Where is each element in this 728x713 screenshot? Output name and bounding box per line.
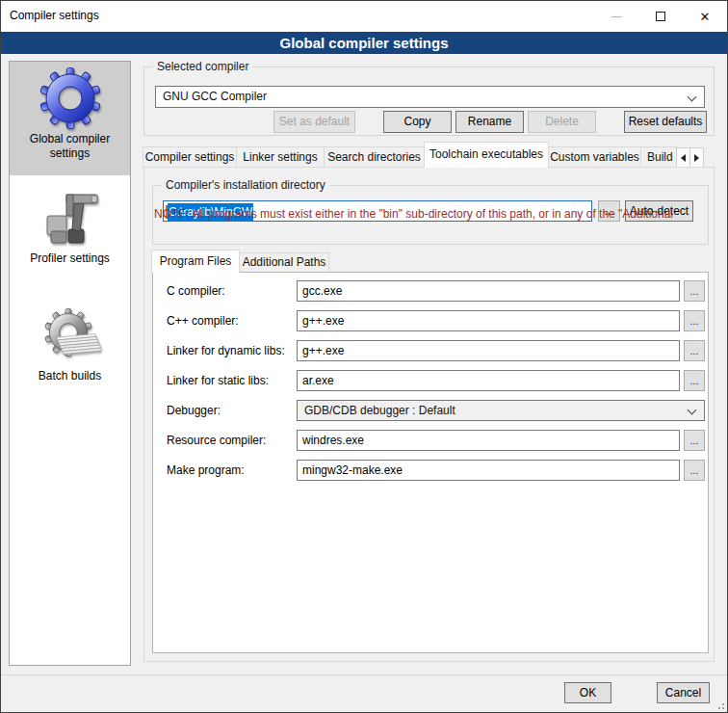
tab-additional-paths[interactable]: Additional Paths (239, 252, 329, 273)
make-program-browse-button[interactable]: ... (684, 460, 705, 481)
resource-compiler-label: Resource compiler: (167, 430, 266, 451)
c-compiler-input[interactable] (297, 280, 680, 302)
debugger-select[interactable]: GDB/CDB debugger : Default (297, 400, 705, 421)
static-linker-row: Linker for static libs: ... (153, 370, 708, 391)
program-files-page: C compiler: ... C++ compiler: ... Linker… (152, 272, 709, 653)
installation-directory-legend: Compiler's installation directory (162, 178, 329, 192)
resize-grip[interactable] (715, 700, 724, 709)
sidebar-item-profiler-settings[interactable]: Profiler settings (10, 181, 130, 266)
close-button[interactable]: ✕ (683, 1, 727, 32)
c-compiler-row: C compiler: ... (153, 280, 708, 302)
cpp-compiler-browse-button[interactable]: ... (684, 310, 705, 331)
arrow-right-icon (694, 154, 699, 162)
dynamic-linker-input[interactable] (297, 340, 680, 361)
dialog-banner: Global compiler settings (1, 32, 727, 54)
static-linker-label: Linker for static libs: (167, 370, 269, 391)
debugger-label: Debugger: (167, 400, 221, 421)
cancel-button[interactable]: Cancel (657, 682, 710, 703)
sidebar-item-global-compiler-settings[interactable]: Global compiler settings (10, 62, 130, 175)
titlebar-buttons: ✕ (594, 1, 727, 32)
chevron-down-icon (688, 92, 697, 102)
close-icon: ✕ (700, 11, 711, 23)
tab-linker-settings[interactable]: Linker settings (236, 146, 325, 168)
set-as-default-button[interactable]: Set as default (273, 111, 355, 133)
dynamic-linker-row: Linker for dynamic libs: ... (153, 340, 708, 361)
copy-button[interactable]: Copy (383, 111, 452, 133)
gray-gear-stack-icon (39, 304, 101, 366)
tab-search-directories[interactable]: Search directories (324, 146, 425, 168)
tab-toolchain-executables[interactable]: Toolchain executables (424, 142, 549, 168)
static-linker-browse-button[interactable]: ... (684, 370, 705, 391)
static-linker-input[interactable] (297, 370, 680, 391)
c-compiler-label: C compiler: (167, 280, 225, 302)
settings-tabbar: Compiler settings Linker settings Search… (143, 142, 704, 168)
sidebar-item-label: Global compiler settings (16, 132, 124, 161)
dynamic-linker-label: Linker for dynamic libs: (167, 340, 285, 361)
compiler-settings-window: Compiler settings ✕ Global compiler sett… (0, 0, 728, 713)
debugger-row: Debugger: GDB/CDB debugger : Default (153, 400, 708, 421)
caliper-icon (39, 187, 101, 249)
resource-compiler-input[interactable] (297, 430, 680, 451)
cpp-compiler-input[interactable] (297, 310, 680, 331)
resource-compiler-row: Resource compiler: ... (153, 430, 708, 451)
cpp-compiler-label: C++ compiler: (167, 310, 239, 331)
settings-sidebar: Global compiler settings Profiler settin… (9, 61, 131, 666)
rename-button[interactable]: Rename (455, 111, 524, 133)
delete-button[interactable]: Delete (528, 111, 596, 133)
selected-compiler-select[interactable]: GNU GCC Compiler (155, 86, 705, 108)
chevron-down-icon (688, 406, 697, 415)
tab-compiler-settings[interactable]: Compiler settings (143, 146, 237, 168)
dynamic-linker-browse-button[interactable]: ... (684, 340, 705, 361)
reset-defaults-button[interactable]: Reset defaults (624, 111, 707, 133)
minimize-button[interactable] (594, 1, 638, 32)
dialog-banner-title: Global compiler settings (279, 35, 448, 51)
tab-build-options[interactable]: Build options (640, 146, 677, 168)
paths-tabbar: Program Files Additional Paths (152, 250, 329, 273)
resource-compiler-browse-button[interactable]: ... (684, 430, 705, 451)
tab-scroll-right-button[interactable] (689, 147, 704, 168)
sidebar-item-batch-builds[interactable]: Batch builds (10, 299, 130, 383)
c-compiler-browse-button[interactable]: ... (684, 280, 705, 302)
make-program-label: Make program: (167, 460, 245, 481)
minimize-icon (611, 16, 622, 17)
footer-divider (1, 674, 727, 675)
make-program-row: Make program: ... (153, 460, 708, 481)
make-program-input[interactable] (297, 460, 680, 481)
tab-scroll-left-button[interactable] (676, 147, 690, 168)
debugger-value: GDB/CDB debugger : Default (304, 401, 455, 420)
sidebar-item-label: Batch builds (16, 369, 124, 383)
selected-compiler-value: GNU GCC Compiler (163, 87, 267, 107)
window-title: Compiler settings (10, 1, 99, 31)
blue-gear-icon (39, 67, 101, 129)
tab-custom-variables[interactable]: Custom variables (548, 146, 641, 168)
selected-compiler-legend: Selected compiler (153, 60, 252, 73)
maximize-button[interactable] (638, 1, 683, 32)
tab-program-files[interactable]: Program Files (151, 250, 240, 273)
ok-button[interactable]: OK (564, 682, 611, 703)
bin-subdirectory-note: NOTE: All programs must exist either in … (154, 207, 695, 221)
titlebar: Compiler settings ✕ (1, 1, 727, 32)
sidebar-item-label: Profiler settings (16, 251, 124, 266)
maximize-icon (656, 12, 665, 21)
cpp-compiler-row: C++ compiler: ... (153, 310, 708, 331)
toolchain-executables-page: Compiler's installation directory C:\ray… (143, 167, 715, 662)
arrow-left-icon (681, 154, 686, 162)
